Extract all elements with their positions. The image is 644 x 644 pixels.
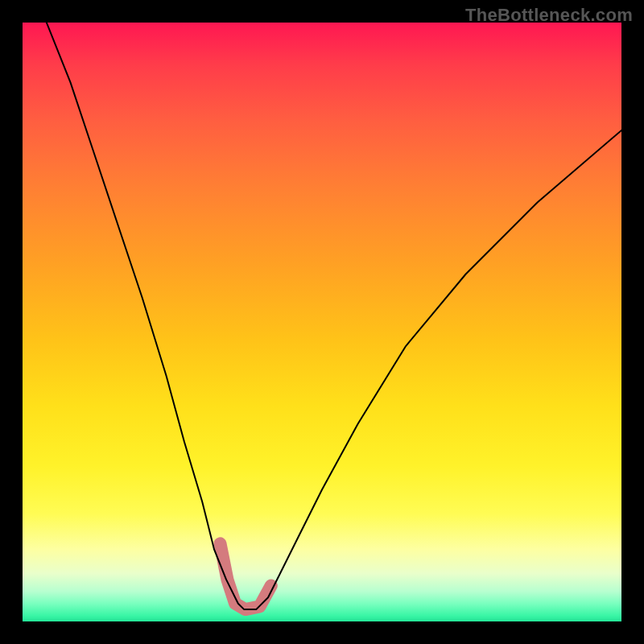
attribution-label: TheBottleneck.com <box>465 5 633 26</box>
bottleneck-curve <box>47 23 621 609</box>
curve-layer <box>23 23 621 621</box>
optimal-marker <box>221 543 271 609</box>
plot-area <box>23 23 621 621</box>
chart-frame: TheBottleneck.com <box>0 0 644 644</box>
